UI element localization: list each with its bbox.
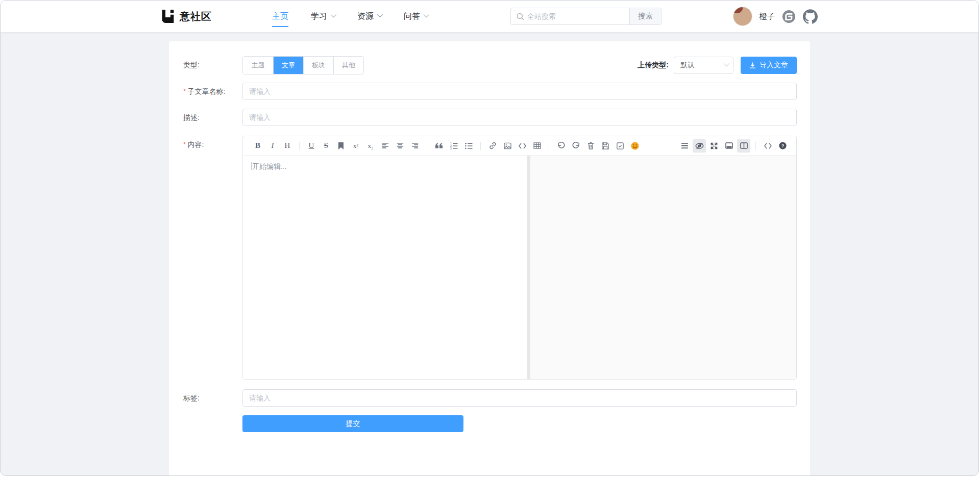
preview-toggle-icon[interactable] [693, 139, 706, 153]
save-icon[interactable] [599, 139, 612, 153]
trash-icon[interactable] [584, 139, 597, 153]
github-icon[interactable] [803, 9, 818, 24]
split-view-icon[interactable] [737, 139, 750, 153]
upload-type-select[interactable]: 默认 [674, 57, 733, 74]
top-navbar: 意社区 主页 学习 资源 问答 [1, 1, 978, 32]
spacer [183, 415, 242, 432]
editor-toolbar: BIHUSx²x₂123 ? [243, 136, 796, 156]
subscript-icon[interactable]: x₂ [364, 139, 377, 153]
nav-item-qa[interactable]: 问答 [404, 1, 428, 32]
redo-icon[interactable] [569, 139, 582, 153]
toolbar-divider [755, 142, 756, 150]
active-underline [272, 26, 288, 27]
code-theme-icon[interactable] [761, 139, 774, 153]
type-option-board[interactable]: 板块 [303, 57, 333, 74]
image-icon[interactable] [501, 139, 514, 153]
type-segmented-control: 主题 文章 板块 其他 [242, 56, 364, 74]
emoji-icon[interactable] [628, 139, 642, 153]
required-asterisk: * [183, 87, 186, 95]
svg-text:3: 3 [450, 146, 452, 149]
label-text: 子文章名称: [187, 87, 225, 95]
toolbar-left-group: BIHUSx²x₂123 [251, 139, 642, 153]
window-mode-icon[interactable] [722, 139, 736, 153]
brand-logo-icon [161, 10, 175, 23]
editor-placeholder: 开始编辑... [252, 162, 287, 170]
description-input[interactable] [242, 109, 797, 126]
nav-item-home[interactable]: 主页 [272, 1, 288, 32]
user-name[interactable]: 橙子 [760, 12, 775, 21]
superscript-icon[interactable]: x² [349, 139, 362, 153]
quote-icon[interactable] [432, 139, 446, 153]
import-article-button[interactable]: 导入文章 [741, 57, 797, 74]
toolbar-divider [299, 142, 300, 150]
nav-item-resources[interactable]: 资源 [357, 1, 381, 32]
brand-title: 意社区 [180, 10, 212, 23]
editor-preview-pane [530, 156, 797, 379]
link-icon[interactable] [486, 139, 499, 153]
outline-icon[interactable] [678, 139, 691, 153]
markdown-editor: BIHUSx²x₂123 ? 开始编辑... [242, 136, 797, 380]
chevron-down-icon [377, 12, 383, 17]
nav-label: 主页 [272, 11, 288, 22]
nav-item-learn[interactable]: 学习 [311, 1, 335, 32]
nav-label: 学习 [311, 11, 327, 22]
italic-icon[interactable]: I [266, 139, 279, 153]
chevron-down-icon [724, 61, 729, 66]
heading-icon[interactable]: H [281, 139, 294, 153]
required-asterisk: * [183, 140, 186, 148]
bold-icon[interactable]: B [251, 139, 264, 153]
upload-type-value: 默认 [680, 61, 695, 70]
fullscreen-icon[interactable] [707, 139, 721, 153]
site-search: 搜索 [510, 8, 662, 25]
sub-article-name-label: *子文章名称: [183, 83, 242, 100]
publish-form-card: 类型: 主题 文章 板块 其他 上传类型: 默认 [169, 41, 810, 476]
strikethrough-icon[interactable]: S [320, 139, 333, 153]
user-avatar[interactable] [733, 7, 752, 26]
submit-button[interactable]: 提交 [242, 415, 463, 432]
align-right-icon[interactable] [408, 139, 422, 153]
upload-type-label: 上传类型: [638, 61, 669, 70]
type-option-topic[interactable]: 主题 [243, 57, 273, 74]
code-block-icon[interactable] [516, 139, 529, 153]
list-unordered-icon[interactable] [462, 139, 475, 153]
main-nav: 主页 学习 资源 问答 [272, 1, 428, 32]
search-button[interactable]: 搜索 [629, 8, 661, 25]
chevron-down-icon [331, 12, 336, 17]
sub-article-name-input[interactable] [242, 83, 797, 100]
nav-label: 资源 [357, 11, 374, 22]
svg-text:?: ? [781, 143, 784, 148]
toolbar-right-group: ? [678, 139, 789, 153]
description-label: 描述: [183, 109, 242, 126]
tags-input[interactable] [242, 389, 797, 407]
align-left-icon[interactable] [379, 139, 392, 153]
type-label: 类型: [183, 56, 242, 74]
search-icon [517, 13, 524, 20]
page: 意社区 主页 学习 资源 问答 [0, 0, 979, 476]
editor-input-pane[interactable]: 开始编辑... [243, 156, 527, 379]
user-block: 橙子 [733, 7, 818, 26]
type-option-other[interactable]: 其他 [333, 57, 363, 74]
label-text: 内容: [187, 140, 204, 148]
gitee-icon[interactable] [782, 10, 796, 23]
content-label: *内容: [183, 136, 242, 380]
toolbar-divider [549, 142, 549, 150]
check-square-icon[interactable] [614, 139, 627, 153]
search-input[interactable] [524, 8, 629, 24]
align-center-icon[interactable] [394, 139, 407, 153]
tags-label: 标签: [183, 389, 242, 407]
import-article-label: 导入文章 [760, 61, 788, 70]
mark-icon[interactable] [334, 139, 348, 153]
toolbar-divider [427, 142, 427, 150]
undo-icon[interactable] [554, 139, 568, 153]
nav-label: 问答 [404, 11, 420, 22]
editor-split-handle[interactable] [527, 156, 530, 379]
type-option-article[interactable]: 文章 [273, 57, 303, 74]
underline-icon[interactable]: U [305, 139, 318, 153]
toolbar-divider [480, 142, 481, 150]
table-icon[interactable] [530, 139, 544, 153]
brand[interactable]: 意社区 [161, 10, 212, 23]
chevron-down-icon [424, 12, 429, 17]
download-icon [749, 62, 756, 69]
help-icon[interactable]: ? [776, 139, 789, 153]
list-ordered-icon[interactable]: 123 [447, 139, 460, 153]
